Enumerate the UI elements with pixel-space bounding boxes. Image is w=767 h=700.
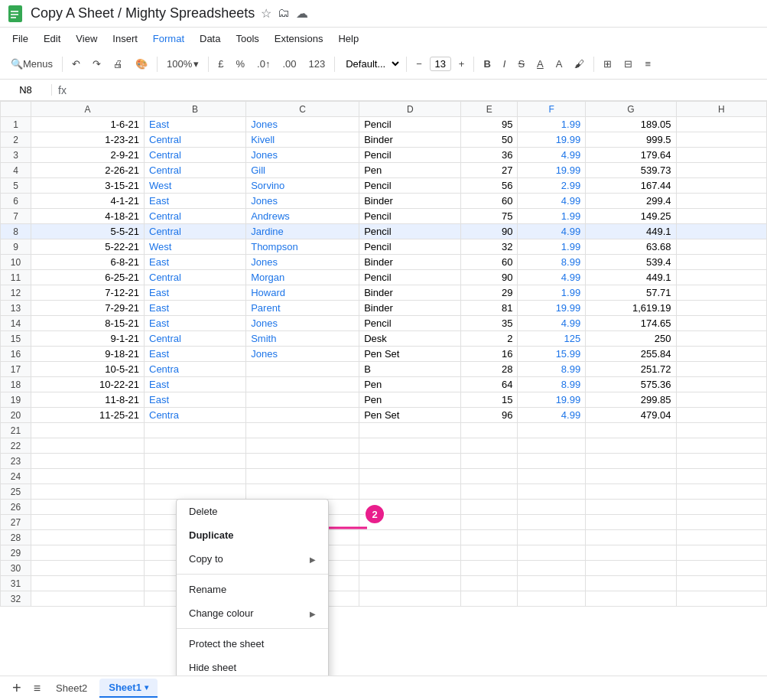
col-header-c[interactable]: C <box>246 102 359 117</box>
cell-h13[interactable] <box>676 301 766 316</box>
cell-a9[interactable]: 5-22-21 <box>31 239 145 255</box>
cell-h6[interactable] <box>676 194 766 209</box>
font-select[interactable]: Default... <box>340 56 401 72</box>
text-color-btn[interactable]: A <box>551 55 567 73</box>
cell-h16[interactable] <box>676 347 766 362</box>
table-row[interactable]: 159-1-21CentralSmithDesk2125250 <box>1 331 767 347</box>
cell-f14[interactable]: 4.99 <box>518 316 586 331</box>
cell-c11[interactable]: Morgan <box>246 270 359 285</box>
cell-a13[interactable]: 7-29-21 <box>31 301 145 316</box>
cell-g22[interactable] <box>586 438 676 454</box>
col-header-f[interactable]: F <box>518 102 586 117</box>
cell-b20[interactable]: Centra <box>145 408 246 423</box>
cell-h19[interactable] <box>676 392 766 408</box>
cell-d11[interactable]: Pencil <box>359 270 461 285</box>
cell-g23[interactable] <box>586 454 676 469</box>
cell-a6[interactable]: 4-1-21 <box>31 194 145 209</box>
cell-c3[interactable]: Jones <box>246 148 359 163</box>
menu-extensions[interactable]: Extensions <box>268 31 330 46</box>
cell-h31[interactable] <box>676 576 766 591</box>
cell-h10[interactable] <box>676 255 766 270</box>
cell-e16[interactable]: 16 <box>461 347 518 362</box>
cell-h12[interactable] <box>676 285 766 301</box>
cell-g11[interactable]: 449.1 <box>586 270 676 285</box>
cell-h18[interactable] <box>676 377 766 392</box>
table-row[interactable]: 31 <box>1 576 767 591</box>
cell-d5[interactable]: Pencil <box>359 178 461 194</box>
cell-b16[interactable]: East <box>145 347 246 362</box>
cell-h26[interactable] <box>676 500 766 515</box>
cell-d29[interactable] <box>359 545 461 561</box>
currency-btn[interactable]: £ <box>213 55 228 73</box>
cell-g13[interactable]: 1,619.19 <box>586 301 676 316</box>
cell-e1[interactable]: 95 <box>461 117 518 132</box>
ctx-hide[interactable]: Hide sheet <box>177 656 328 676</box>
cell-c9[interactable]: Thompson <box>246 239 359 255</box>
cloud-icon[interactable]: ☁ <box>296 6 308 21</box>
cell-h15[interactable] <box>676 331 766 347</box>
star-icon[interactable]: ☆ <box>261 6 271 21</box>
undo-btn[interactable]: ↶ <box>67 55 85 73</box>
cell-b1[interactable]: East <box>145 117 246 132</box>
cell-f11[interactable]: 4.99 <box>518 270 586 285</box>
cell-f27[interactable] <box>518 515 586 530</box>
cell-g6[interactable]: 299.4 <box>586 194 676 209</box>
cell-c2[interactable]: Kivell <box>246 132 359 148</box>
cell-c8[interactable]: Jardine <box>246 224 359 239</box>
cell-c17[interactable] <box>246 362 359 377</box>
cell-e5[interactable]: 56 <box>461 178 518 194</box>
cell-g15[interactable]: 250 <box>586 331 676 347</box>
cell-e26[interactable] <box>461 500 518 515</box>
cell-e24[interactable] <box>461 469 518 484</box>
cell-d17[interactable]: B <box>359 362 461 377</box>
table-row[interactable]: 148-15-21EastJonesPencil354.99174.65 <box>1 316 767 331</box>
cell-a21[interactable] <box>31 423 145 438</box>
cell-a16[interactable]: 9-18-21 <box>31 347 145 362</box>
cell-g9[interactable]: 63.68 <box>586 239 676 255</box>
cell-g1[interactable]: 189.05 <box>586 117 676 132</box>
cell-e31[interactable] <box>461 576 518 591</box>
cell-c16[interactable]: Jones <box>246 347 359 362</box>
cell-b8[interactable]: Central <box>145 224 246 239</box>
cell-c25[interactable] <box>246 484 359 500</box>
cell-f5[interactable]: 2.99 <box>518 178 586 194</box>
table-row[interactable]: 28 <box>1 530 767 545</box>
cell-f7[interactable]: 1.99 <box>518 209 586 224</box>
cell-b18[interactable]: East <box>145 377 246 392</box>
cell-e7[interactable]: 75 <box>461 209 518 224</box>
cell-a24[interactable] <box>31 469 145 484</box>
cell-d4[interactable]: Pen <box>359 163 461 178</box>
cell-f4[interactable]: 19.99 <box>518 163 586 178</box>
cell-b22[interactable] <box>145 438 246 454</box>
cell-e27[interactable] <box>461 515 518 530</box>
cell-f15[interactable]: 125 <box>518 331 586 347</box>
table-row[interactable]: 42-26-21CentralGillPen2719.99539.73 <box>1 163 767 178</box>
cell-c15[interactable]: Smith <box>246 331 359 347</box>
cell-b3[interactable]: Central <box>145 148 246 163</box>
strikethrough-btn[interactable]: S <box>513 55 529 73</box>
decimal-up-btn[interactable]: .00 <box>278 55 301 73</box>
table-row[interactable]: 32-9-21CentralJonesPencil364.99179.64 <box>1 148 767 163</box>
cell-d28[interactable] <box>359 530 461 545</box>
cell-b11[interactable]: Central <box>145 270 246 285</box>
cell-a29[interactable] <box>31 545 145 561</box>
italic-btn[interactable]: I <box>499 55 511 73</box>
cell-h28[interactable] <box>676 530 766 545</box>
table-row[interactable]: 1911-8-21EastPen1519.99299.85 <box>1 392 767 408</box>
cell-h4[interactable] <box>676 163 766 178</box>
cell-c23[interactable] <box>246 454 359 469</box>
ctx-rename[interactable]: Rename <box>177 578 328 601</box>
cell-d10[interactable]: Binder <box>359 255 461 270</box>
table-row[interactable]: 27 <box>1 515 767 530</box>
cell-b10[interactable]: East <box>145 255 246 270</box>
table-row[interactable]: 26 <box>1 500 767 515</box>
cell-d32[interactable] <box>359 591 461 607</box>
cell-c19[interactable] <box>246 392 359 408</box>
cell-a27[interactable] <box>31 515 145 530</box>
cell-d20[interactable]: Pen Set <box>359 408 461 423</box>
cell-h20[interactable] <box>676 408 766 423</box>
redo-btn[interactable]: ↷ <box>88 55 106 73</box>
cell-d24[interactable] <box>359 469 461 484</box>
cell-f16[interactable]: 15.99 <box>518 347 586 362</box>
cell-f32[interactable] <box>518 591 586 607</box>
